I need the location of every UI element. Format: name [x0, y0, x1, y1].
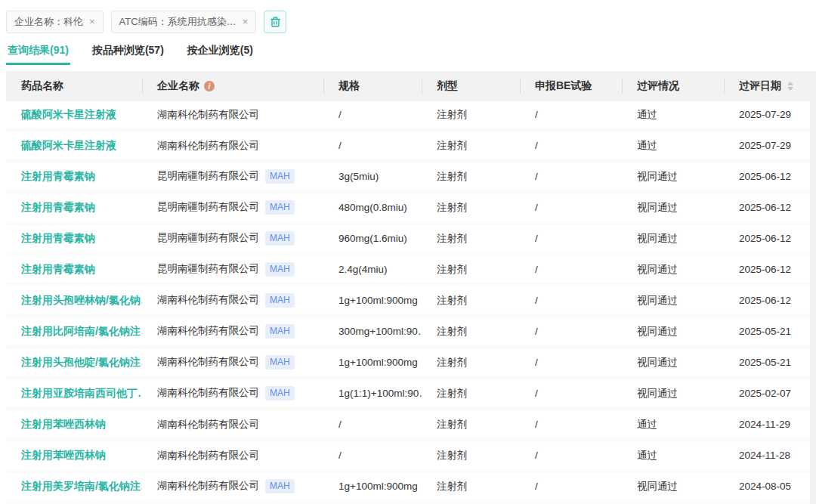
drug-name-link[interactable]: 注射用苯唑西林钠	[6, 449, 142, 462]
pass-date-cell: 2025-06-12	[724, 171, 816, 182]
sort-icon[interactable]	[787, 82, 793, 91]
filter-tag-label: ATC编码：系统用抗感染…	[119, 15, 236, 29]
filter-tag-atc[interactable]: ATC编码：系统用抗感染… ×	[111, 11, 257, 33]
table-row[interactable]: 注射用苯唑西林钠 湖南科伦制药有限公司 / 注射剂 / 通过 2024-11-2…	[6, 411, 816, 442]
dosage-form-cell: 注射剂	[422, 480, 520, 493]
table-body: 硫酸阿米卡星注射液 湖南科伦制药有限公司 / 注射剂 / 通过 2025-07-…	[6, 101, 816, 504]
pass-date-cell: 2024-08-05	[724, 481, 816, 492]
dosage-form-cell: 注射剂	[422, 387, 520, 400]
be-trial-cell: /	[520, 481, 622, 492]
filter-tag-company[interactable]: 企业名称：科伦 ×	[6, 11, 104, 33]
dosage-form-cell: 注射剂	[422, 356, 520, 369]
mah-badge: MAH	[265, 479, 295, 493]
drug-name-link[interactable]: 注射用青霉素钠	[6, 201, 142, 215]
company-name: 湖南科伦制药有限公司	[157, 324, 259, 338]
mah-badge: MAH	[265, 386, 295, 400]
drug-name-link[interactable]: 硫酸阿米卡星注射液	[6, 139, 142, 153]
mah-badge: MAH	[265, 324, 295, 338]
dosage-form-cell: 注射剂	[422, 108, 520, 122]
spec-cell: 1g+100ml:900mg	[323, 481, 422, 492]
close-icon[interactable]: ×	[89, 17, 95, 26]
table-row[interactable]: 注射用头孢他啶/氯化钠注… 湖南科伦制药有限公司 MAH 1g+100ml:90…	[6, 349, 816, 380]
be-trial-cell: /	[520, 295, 622, 306]
pass-status-cell: 通过	[622, 139, 724, 153]
company-cell: 湖南科伦制药有限公司	[142, 139, 323, 153]
column-header-spec: 规格	[323, 71, 422, 101]
spec-cell: /	[323, 450, 422, 461]
pass-date-cell: 2025-06-12	[724, 264, 816, 275]
table-row[interactable]: 注射用苯唑西林钠 湖南科伦制药有限公司 / 注射剂 / 通过 2024-11-2…	[6, 442, 816, 473]
pass-date-cell: 2024-11-29	[724, 419, 816, 430]
sort-asc-icon	[787, 82, 793, 85]
drug-name-link[interactable]: 注射用青霉素钠	[6, 170, 142, 184]
company-name: 湖南科伦制药有限公司	[157, 449, 259, 462]
table-header-row: 药品名称 企业名称 i 规格 剂型 申报BE试验 过评情况 过评日期	[6, 71, 816, 101]
close-icon[interactable]: ×	[243, 17, 249, 26]
be-trial-cell: /	[520, 326, 622, 337]
pass-status-cell: 视同通过	[622, 232, 724, 246]
spec-cell: 480mg(0.8miu)	[323, 202, 422, 213]
table-row[interactable]: 注射用青霉素钠 昆明南疆制药有限公司 MAH 480mg(0.8miu) 注射剂…	[6, 194, 816, 225]
company-name: 湖南科伦制药有限公司	[157, 418, 259, 431]
info-icon[interactable]: i	[204, 81, 215, 91]
pass-date-cell: 2025-05-21	[724, 326, 816, 337]
company-cell: 湖南科伦制药有限公司 MAH	[142, 479, 323, 493]
drug-name-link[interactable]: 注射用青霉素钠	[6, 263, 142, 277]
drug-name-link[interactable]: 注射用亚胺培南西司他丁…	[6, 387, 142, 400]
be-trial-cell: /	[520, 357, 622, 368]
table-row[interactable]: 注射用头孢唑林钠/氯化钠… 湖南科伦制药有限公司 MAH 1g+100ml:90…	[6, 287, 816, 318]
tab-query-results[interactable]: 查询结果(91)	[6, 39, 70, 65]
company-name: 昆明南疆制药有限公司	[157, 262, 259, 276]
table-row[interactable]: 硫酸阿米卡星注射液 湖南科伦制药有限公司 / 注射剂 / 通过 2025-07-…	[6, 132, 816, 163]
pass-status-cell: 视同通过	[622, 325, 724, 339]
table-row[interactable]: 注射用比阿培南/氯化钠注… 湖南科伦制药有限公司 MAH 300mg+100ml…	[6, 318, 816, 349]
column-header-pass-status: 过评情况	[622, 71, 724, 101]
drug-name-link[interactable]: 注射用青霉素钠	[6, 232, 142, 246]
drug-name-link[interactable]: 注射用比阿培南/氯化钠注…	[6, 325, 142, 339]
company-cell: 昆明南疆制药有限公司 MAH	[142, 231, 323, 245]
column-header-pass-date: 过评日期	[724, 71, 816, 101]
company-cell: 湖南科伦制药有限公司	[142, 418, 323, 431]
be-trial-cell: /	[520, 388, 622, 399]
drug-name-link[interactable]: 注射用头孢他啶/氯化钠注…	[6, 356, 142, 369]
drug-name-link[interactable]: 注射用头孢唑林钠/氯化钠…	[6, 294, 142, 308]
spec-cell: 300mg+100ml:90…	[323, 326, 422, 337]
drug-name-link[interactable]: 注射用美罗培南/氯化钠注…	[6, 480, 142, 493]
be-trial-cell: /	[520, 109, 622, 120]
sort-desc-icon	[787, 87, 793, 91]
pass-date-cell: 2024-11-28	[724, 450, 816, 461]
vertical-scrollbar[interactable]	[810, 71, 816, 504]
table-row[interactable]: 注射用亚胺培南西司他丁… 湖南科伦制药有限公司 MAH 1g(1:1)+100m…	[6, 380, 816, 411]
tab-by-company[interactable]: 按企业浏览(5)	[186, 39, 255, 65]
table-row[interactable]: 硫酸阿米卡星注射液 湖南科伦制药有限公司 / 注射剂 / 通过 2025-07-…	[6, 101, 816, 132]
spec-cell: 1g+100ml:900mg	[323, 295, 422, 306]
table-row[interactable]: 注射用青霉素钠 昆明南疆制药有限公司 MAH 3g(5miu) 注射剂 / 视同…	[6, 163, 816, 194]
be-trial-cell: /	[520, 264, 622, 275]
pass-status-cell: 视同通过	[622, 294, 724, 308]
table-row[interactable]: 注射用青霉素钠 昆明南疆制药有限公司 MAH 2.4g(4miu) 注射剂 / …	[6, 256, 816, 287]
tab-bar: 查询结果(91) 按品种浏览(57) 按企业浏览(5)	[0, 33, 816, 65]
company-name: 湖南科伦制药有限公司	[157, 108, 259, 122]
drug-name-link[interactable]: 注射用苯唑西林钠	[6, 418, 142, 431]
company-cell: 昆明南疆制药有限公司 MAH	[142, 200, 323, 214]
mah-badge: MAH	[265, 262, 295, 276]
dosage-form-cell: 注射剂	[422, 263, 520, 277]
pass-status-cell: 通过	[622, 108, 724, 122]
dosage-form-cell: 注射剂	[422, 325, 520, 339]
clear-all-filters-button[interactable]	[264, 11, 286, 33]
table-row[interactable]: 注射用美罗培南/氯化钠注… 湖南科伦制药有限公司 MAH 1g+100ml:90…	[6, 473, 816, 504]
dosage-form-cell: 注射剂	[422, 201, 520, 215]
pass-date-cell: 2025-02-07	[724, 388, 816, 399]
tab-by-variety[interactable]: 按品种浏览(57)	[91, 39, 165, 65]
company-name: 湖南科伦制药有限公司	[157, 479, 259, 493]
results-table: 药品名称 企业名称 i 规格 剂型 申报BE试验 过评情况 过评日期 硫酸阿米卡…	[6, 71, 816, 504]
table-row[interactable]: 注射用青霉素钠 昆明南疆制药有限公司 MAH 960mg(1.6miu) 注射剂…	[6, 225, 816, 256]
pass-date-cell: 2025-06-12	[724, 295, 816, 306]
pass-date-cell: 2025-07-29	[724, 109, 816, 120]
pass-date-cell: 2025-07-29	[724, 140, 816, 151]
pass-status-cell: 视同通过	[622, 170, 724, 184]
company-name: 湖南科伦制药有限公司	[157, 293, 259, 307]
company-cell: 昆明南疆制药有限公司 MAH	[142, 169, 323, 183]
filter-tag-label: 企业名称：科伦	[14, 15, 83, 29]
drug-name-link[interactable]: 硫酸阿米卡星注射液	[6, 108, 142, 122]
